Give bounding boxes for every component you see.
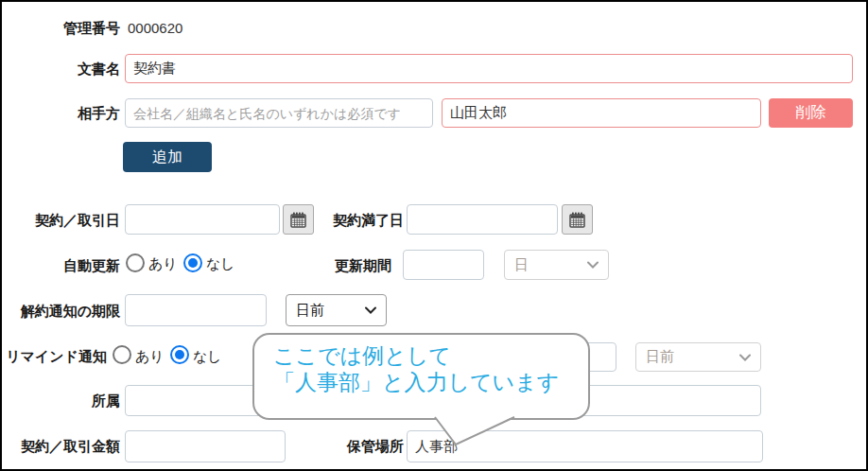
chevron-down-icon [739,354,751,361]
department-label: 所属 [26,392,120,410]
calendar-icon [568,211,586,229]
counterparty-person-input[interactable] [442,98,761,128]
department-input[interactable] [125,385,267,416]
reminder-unit-value: 日前 [646,348,674,366]
reminder-radio-ari[interactable] [113,345,131,364]
renewal-period-unit-value: 日 [514,256,529,274]
reminder-label: リマインド通知 [2,348,107,366]
auto-renewal-label: 自動更新 [2,257,120,275]
cancel-notice-input[interactable] [125,294,267,326]
delete-button[interactable]: 削除 [769,98,853,128]
contract-amount-input[interactable] [125,430,286,462]
renewal-period-input[interactable] [403,250,484,280]
contract-amount-label: 契約／取引金額 [2,438,120,456]
counterparty-company-input[interactable] [125,98,433,128]
renewal-period-unit-select[interactable]: 日 [504,250,609,280]
management-number-value: 0000620 [128,20,182,36]
add-button[interactable]: 追加 [123,142,212,172]
management-number-label: 管理番号 [26,20,120,38]
calendar-icon [289,211,307,229]
auto-renewal-radio-ari-label[interactable]: あり [148,255,178,273]
callout-text-line1: ここでは例として [273,342,451,369]
reminder-radio-nashi[interactable] [170,345,189,364]
auto-renewal-radio-nashi-label[interactable]: なし [206,255,235,273]
contract-date-input[interactable] [125,204,280,235]
contract-expiry-calendar-button[interactable] [562,204,593,235]
contract-date-label: 契約／取引日 [2,212,120,230]
chevron-down-icon [587,261,599,269]
reminder-unit-select[interactable]: 日前 [635,342,761,372]
contract-form-panel: 管理番号 0000620 文書名 相手方 削除 追加 契約／取引日 契約満了日 … [0,0,868,471]
auto-renewal-radio-ari[interactable] [126,253,145,272]
chevron-down-icon [365,306,376,314]
cancel-notice-unit-value: 日前 [296,302,324,320]
callout-bubble-tail [425,416,524,448]
renewal-period-label: 更新期間 [297,257,391,275]
callout-text-line2: 「人事部」と入力しています [273,369,559,395]
document-name-input[interactable] [125,54,853,83]
cancel-notice-unit-select[interactable]: 日前 [286,294,387,326]
contract-expiry-label: 契約満了日 [309,212,404,230]
counterparty-label: 相手方 [26,105,120,123]
reminder-radio-nashi-label[interactable]: なし [193,348,222,366]
cancel-notice-label: 解約通知の期限 [2,303,120,321]
storage-location-label: 保管場所 [309,438,404,456]
document-name-label: 文書名 [26,61,120,78]
reminder-radio-ari-label[interactable]: あり [135,348,165,366]
auto-renewal-radio-nashi[interactable] [183,253,202,272]
contract-expiry-input[interactable] [407,204,558,235]
